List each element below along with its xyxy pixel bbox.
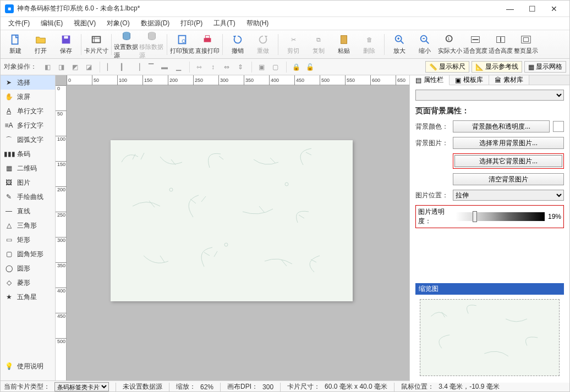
menu-help[interactable]: 帮助(H) [242,18,273,29]
menu-object[interactable]: 对象(O) [102,18,134,29]
actual-size-button[interactable]: 1实际大小 [437,31,463,58]
tool-rect[interactable]: ▭矩形 [1,233,55,247]
show-grid-toggle[interactable]: ▦显示网格 [524,61,566,73]
preview-thumbnail [420,299,560,376]
help-button[interactable]: 💡使用说明 [1,359,55,373]
hand-icon: ✋ [4,93,14,101]
tab-properties[interactable]: ▤属性栏 [410,75,450,85]
zoomin-button[interactable]: 放大 [387,31,412,58]
menu-print[interactable]: 打印(P) [176,18,207,29]
open-button[interactable]: 打开 [28,31,53,58]
undo-button[interactable]: 撤销 [225,31,250,58]
same-w-icon[interactable]: ⇔ [221,61,233,73]
ungroup-icon[interactable]: ▢ [269,61,281,73]
same-h-icon[interactable]: ⇕ [234,61,246,73]
svg-rect-0 [12,35,18,45]
direct-print-button[interactable]: 直接打印 [195,31,220,58]
canvas-viewport[interactable] [67,85,409,380]
tool-barcode[interactable]: ▮▮▮条码 [1,147,55,161]
tool-multitext[interactable]: ≡A多行文字 [1,118,55,132]
choose-common-bg-button[interactable]: 选择常用背景图片... [453,137,564,149]
maximize-button[interactable]: ☐ [521,1,543,17]
set-datasource-button[interactable]: 设置数据源 [114,31,139,58]
right-panel: ▤属性栏 ▣模板库 🏛素材库 页面背景属性： 背景颜色： 背景颜色和透明度...… [409,75,569,380]
opacity-slider[interactable] [456,212,545,221]
menu-view[interactable]: 视图(V) [69,18,100,29]
align-center-icon[interactable]: ▎ [117,61,129,73]
dist-h-icon[interactable]: ⇿ [193,61,205,73]
tool-star[interactable]: ★五角星 [1,290,55,304]
props-title: 页面背景属性： [415,106,564,116]
guide-icon: 📐 [475,63,484,71]
show-ruler-toggle[interactable]: 📏显示标尺 [425,61,469,73]
tool-roundrect[interactable]: ▢圆角矩形 [1,247,55,261]
slider-thumb[interactable] [473,211,477,222]
tool-select[interactable]: ➤选择 [1,75,55,90]
tool-qrcode[interactable]: ▦二维码 [1,161,55,175]
opacity-value: 19% [548,213,561,220]
tool-freehand[interactable]: ✎手绘曲线 [1,190,55,204]
preview-icon [176,34,188,46]
group-icon[interactable]: ▣ [255,61,267,73]
label-page[interactable] [111,140,353,301]
minimize-button[interactable]: — [499,1,521,17]
tool-text[interactable]: A单行文字 [1,104,55,118]
properties-body: 页面背景属性： 背景颜色： 背景颜色和透明度... 背景图片： 选择常用背景图片… [410,85,569,383]
layer-up-icon[interactable]: ◩ [69,61,81,73]
tool-line[interactable]: —直线 [1,204,55,218]
object-ops-label: 对象操作： [4,62,37,71]
imgpos-select[interactable]: 拉伸 [453,190,564,201]
tool-arctext[interactable]: ⌒圆弧文字 [1,132,55,147]
star-icon: ★ [4,293,14,301]
close-button[interactable]: ✕ [543,1,565,17]
tool-circle[interactable]: ◯圆形 [1,261,55,275]
align-right-icon[interactable]: ▕ [131,61,143,73]
roundrect-icon: ▢ [4,250,14,258]
fit-height-button[interactable]: 适合高度 [488,31,513,58]
tab-assets[interactable]: 🏛素材库 [489,75,529,85]
tool-triangle[interactable]: △三角形 [1,218,55,233]
fit-width-button[interactable]: 适合宽度 [463,31,488,58]
bulb-icon: 💡 [4,362,14,370]
bgcolor-button[interactable]: 背景颜色和透明度... [453,120,550,132]
tool-image[interactable]: 🖼图片 [1,175,55,190]
card-type-select[interactable]: 条码标签类卡片 [54,382,109,391]
menu-file[interactable]: 文件(F) [4,18,34,29]
mouse-value: 3.4 毫米，-10.9 毫米 [439,382,500,391]
fitpage-icon [520,34,532,46]
menu-edit[interactable]: 编辑(E) [36,18,67,29]
svg-rect-18 [523,37,528,41]
choose-other-bg-button[interactable]: 选择其它背景图片... [454,155,562,167]
clear-bg-button[interactable]: 清空背景图片 [453,173,564,185]
tab-templates[interactable]: ▣模板库 [450,75,489,85]
new-button[interactable]: 新建 [3,31,28,58]
paste-button[interactable]: 粘贴 [331,31,357,58]
zoomout-button[interactable]: 缩小 [412,31,437,58]
redo-button: 重做 [250,31,276,58]
diamond-icon: ◇ [4,279,14,286]
triangle-icon: △ [4,222,14,229]
tool-diamond[interactable]: ◇菱形 [1,275,55,290]
unlock-icon[interactable]: 🔓 [304,61,316,73]
bgcolor-swatch[interactable] [553,121,564,132]
lock-icon[interactable]: 🔒 [290,61,302,73]
menu-tools[interactable]: 工具(T) [209,18,239,29]
cardsize-button[interactable]: 卡片尺寸 [84,31,109,58]
canvas-area[interactable]: 050100150200250300350400450500550600650 … [56,75,409,380]
layer-front-icon[interactable]: ◧ [41,61,53,73]
align-left-icon[interactable]: ▏ [103,61,116,73]
layer-back-icon[interactable]: ◨ [55,61,67,73]
save-button[interactable]: 保存 [53,31,79,58]
object-selector[interactable] [415,90,564,101]
tool-pan[interactable]: ✋滚屏 [1,90,55,104]
layer-down-icon[interactable]: ◪ [83,61,95,73]
show-guide-toggle[interactable]: 📐显示参考线 [472,61,522,73]
align-bot-icon[interactable]: ▁ [172,61,184,73]
dist-v-icon[interactable]: ↕ [207,61,219,73]
print-preview-button[interactable]: 打印预览 [169,31,195,58]
open-icon [35,34,47,46]
align-top-icon[interactable]: ▔ [145,61,157,73]
menu-datasource[interactable]: 数据源(D) [136,18,174,29]
align-mid-icon[interactable]: ▬ [158,61,171,73]
fit-page-button[interactable]: 整页显示 [513,31,539,58]
